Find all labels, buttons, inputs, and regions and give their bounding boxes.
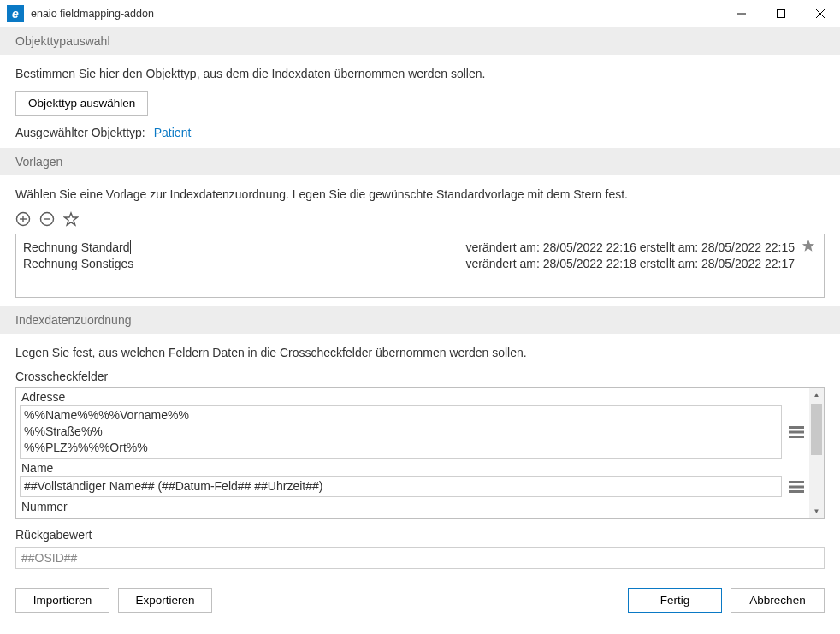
field-picker-icon[interactable]	[787, 426, 806, 438]
cancel-button[interactable]: Abbrechen	[731, 588, 825, 613]
return-label: Rückgabewert	[15, 528, 825, 542]
template-meta: verändert am: 28/05/2022 22:16 erstellt …	[466, 240, 796, 254]
objecttype-desc: Bestimmen Sie hier den Objekttyp, aus de…	[15, 67, 825, 80]
section-header-mapping: Indexdatenzuordnung	[0, 306, 840, 334]
svg-rect-1	[778, 9, 785, 17]
templates-desc: Wählen Sie eine Vorlage zur Indexdatenzu…	[15, 187, 825, 201]
template-row[interactable]: Rechnung Sonstiges verändert am: 28/05/2…	[23, 256, 817, 271]
svg-marker-9	[65, 213, 78, 225]
svg-rect-15	[789, 486, 804, 489]
selected-objecttype-label: Ausgewählter Objekttyp:	[15, 126, 145, 139]
templates-list[interactable]: Rechnung Standard verändert am: 28/05/20…	[15, 234, 825, 298]
crosscheck-label: Crosscheckfelder	[15, 370, 825, 383]
template-row[interactable]: Rechnung Standard verändert am: 28/05/20…	[23, 238, 817, 256]
export-button[interactable]: Exportieren	[118, 588, 212, 613]
close-button[interactable]	[801, 0, 840, 27]
svg-rect-11	[789, 426, 804, 429]
svg-rect-12	[789, 431, 804, 434]
favorite-template-icon[interactable]	[63, 211, 79, 227]
window-title: enaio fieldmapping-addon	[31, 8, 722, 20]
field-input-name[interactable]: ##Vollständiger Name## (##Datum-Feld## #…	[20, 476, 782, 497]
crosscheck-area: Adresse %%Name%%%%Vorname%% %%Straße%% %…	[15, 387, 825, 519]
minimize-button[interactable]	[722, 0, 761, 27]
star-icon[interactable]	[802, 239, 817, 255]
app-icon: e	[7, 5, 24, 22]
return-placeholder: ##OSID##	[21, 551, 77, 565]
field-value: ##Vollständiger Name## (##Datum-Feld## #…	[24, 478, 778, 495]
field-label: Adresse	[20, 389, 806, 405]
scroll-down-icon[interactable]: ▼	[809, 504, 824, 518]
select-objecttype-button[interactable]: Objekttyp auswählen	[15, 91, 148, 116]
section-body-objecttype: Bestimmen Sie hier den Objekttyp, aus de…	[0, 55, 840, 148]
return-input[interactable]: ##OSID##	[15, 547, 825, 569]
titlebar: e enaio fieldmapping-addon	[0, 0, 840, 27]
footer: Importieren Exportieren Fertig Abbrechen	[0, 578, 840, 623]
content: Objekttypauswahl Bestimmen Sie hier den …	[0, 27, 840, 623]
selected-objecttype-value: Patient	[154, 126, 192, 139]
template-name: Rechnung Standard	[23, 240, 130, 254]
scroll-track[interactable]	[809, 402, 824, 504]
field-value: %%Name%%%%Vorname%% %%Straße%% %%PLZ%%%%…	[24, 407, 778, 456]
maximize-button[interactable]	[761, 0, 801, 27]
add-template-icon[interactable]	[15, 211, 31, 227]
scroll-thumb[interactable]	[811, 404, 822, 455]
import-button[interactable]: Importieren	[15, 588, 109, 613]
svg-marker-10	[802, 240, 814, 251]
scroll-up-icon[interactable]: ▲	[809, 388, 824, 402]
remove-template-icon[interactable]	[39, 211, 55, 227]
text-cursor	[130, 240, 131, 254]
field-picker-icon[interactable]	[787, 481, 806, 493]
section-body-mapping: Legen Sie fest, aus welchen Feldern Date…	[0, 334, 840, 578]
template-meta: verändert am: 28/05/2022 22:18 erstellt …	[466, 257, 796, 270]
svg-rect-16	[789, 490, 804, 493]
template-name: Rechnung Sonstiges	[23, 257, 133, 270]
scrollbar[interactable]: ▲ ▼	[809, 388, 824, 518]
section-header-objecttype: Objekttypauswahl	[0, 27, 840, 55]
mapping-desc: Legen Sie fest, aus welchen Feldern Date…	[15, 346, 825, 359]
done-button[interactable]: Fertig	[628, 588, 722, 613]
field-label: Name	[20, 460, 806, 476]
field-label: Nummer	[20, 499, 806, 514]
field-input-adresse[interactable]: %%Name%%%%Vorname%% %%Straße%% %%PLZ%%%%…	[20, 405, 782, 459]
svg-rect-13	[789, 436, 804, 438]
section-header-templates: Vorlagen	[0, 148, 840, 175]
section-body-templates: Wählen Sie eine Vorlage zur Indexdatenzu…	[0, 175, 840, 306]
crosscheck-body: Adresse %%Name%%%%Vorname%% %%Straße%% %…	[16, 388, 809, 518]
svg-rect-14	[789, 481, 804, 483]
